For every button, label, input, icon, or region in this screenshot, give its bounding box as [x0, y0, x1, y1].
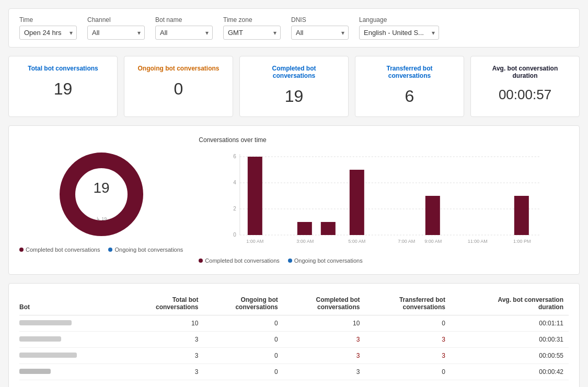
cell-total: 10 [124, 315, 203, 332]
filter-dnis-select[interactable]: All [291, 26, 349, 40]
table-section: Bot Total botconversations Ongoing botco… [8, 283, 580, 387]
bar-legend-completed-label: Completed bot conversations [205, 257, 279, 264]
donut-legend-completed: Completed bot conversations [19, 247, 100, 253]
completed-dot [19, 248, 24, 252]
svg-text:1:00 PM: 1:00 PM [513, 239, 531, 244]
cell-avg: 00:00:31 [451, 332, 569, 348]
svg-text:2: 2 [234, 206, 237, 212]
table-row: 303300:00:55 [19, 348, 569, 364]
bar-330am [321, 222, 336, 235]
cell-ongoing: 0 [203, 348, 283, 364]
table-body: 10010000:01:11303300:00:31303300:00:5530… [19, 315, 569, 380]
cell-completed: 3 [283, 332, 365, 348]
filter-timezone-wrapper[interactable]: GMT [223, 26, 281, 40]
donut-legend: Completed bot conversations Ongoing bot … [19, 247, 183, 253]
filter-dnis-wrapper[interactable]: All [291, 26, 349, 40]
metric-transferred-value: 6 [405, 87, 414, 106]
metric-completed-title: Completed bot conversations [250, 65, 338, 79]
cell-bot-name [19, 315, 124, 332]
donut-chart-container: 19 ↳ 19 Completed bot conversations Ongo… [19, 147, 183, 253]
cell-completed: 10 [283, 315, 365, 332]
cell-completed: 3 [283, 364, 365, 380]
cell-total: 3 [124, 332, 203, 348]
bar-3am [297, 222, 312, 235]
svg-text:7:00 AM: 7:00 AM [398, 239, 416, 244]
metric-total-value: 19 [54, 79, 73, 99]
bar-chart-container: Conversations over time 0 2 4 6 [199, 136, 569, 264]
metric-transferred-title: Transferred bot conversations [366, 65, 453, 79]
dashboard-page: Time Open 24 hrs Channel All Bot name Al… [0, 0, 588, 387]
svg-text:9:00 AM: 9:00 AM [425, 239, 442, 244]
filter-dnis: DNIS All [291, 16, 349, 40]
bar-chart-title: Conversations over time [199, 136, 569, 144]
filter-channel: Channel All [87, 16, 145, 40]
filter-channel-select[interactable]: All [87, 26, 145, 40]
col-completed: Completed botconversations [283, 292, 365, 315]
cell-ongoing: 0 [203, 332, 283, 348]
cell-avg: 00:00:42 [451, 364, 569, 380]
cell-ongoing: 0 [203, 315, 283, 332]
cell-transferred: 3 [365, 348, 450, 364]
cell-avg: 00:01:11 [451, 315, 569, 332]
svg-text:3:00 AM: 3:00 AM [297, 239, 314, 244]
table-row: 10010000:01:11 [19, 315, 569, 332]
metric-completed-value: 19 [285, 87, 304, 106]
svg-text:11:00 AM: 11:00 AM [468, 239, 488, 244]
bar-9am [425, 196, 440, 235]
col-transferred: Transferred botconversations [365, 292, 450, 315]
col-total: Total botconversations [124, 292, 203, 315]
metric-avg-title: Avg. bot conversation duration [481, 65, 569, 79]
svg-text:↳ 19: ↳ 19 [96, 216, 107, 221]
cell-transferred: 3 [365, 332, 450, 348]
metric-avg-duration: Avg. bot conversation duration 00:00:57 [470, 56, 580, 117]
metric-total-title: Total bot conversations [28, 65, 98, 72]
table-row: 303300:00:31 [19, 332, 569, 348]
bar-chart-area: 0 2 4 6 [199, 149, 569, 253]
filter-language-select[interactable]: English - United S... [359, 26, 439, 40]
table-header-row: Bot Total botconversations Ongoing botco… [19, 292, 569, 315]
donut-legend-completed-label: Completed bot conversations [26, 247, 100, 253]
cell-bot-name [19, 332, 124, 348]
filter-botname-wrapper[interactable]: All [155, 26, 213, 40]
table-row: 303000:00:42 [19, 364, 569, 380]
bar-1pm [514, 196, 529, 235]
metric-transferred: Transferred bot conversations 6 [355, 56, 464, 117]
filter-botname-select[interactable]: All [155, 26, 213, 40]
col-avg: Avg. bot conversationduration [451, 292, 569, 315]
filter-language-wrapper[interactable]: English - United S... [359, 26, 439, 40]
filter-language-label: Language [359, 16, 439, 24]
bar-legend-ongoing-label: Ongoing bot conversations [294, 257, 363, 264]
cell-bot-name [19, 364, 124, 380]
filter-language: Language English - United S... [359, 16, 439, 40]
filter-time: Time Open 24 hrs [19, 16, 77, 40]
donut-legend-ongoing: Ongoing bot conversations [108, 247, 183, 253]
filter-time-label: Time [19, 16, 77, 24]
metric-avg-value: 00:00:57 [499, 87, 551, 103]
bar-5am [350, 170, 364, 235]
ongoing-dot [108, 248, 112, 252]
metric-ongoing-value: 0 [174, 79, 183, 99]
donut-chart-svg: 19 ↳ 19 [54, 147, 148, 241]
metric-ongoing: Ongoing bot conversations 0 [124, 56, 233, 117]
filter-timezone-select[interactable]: GMT [223, 26, 281, 40]
cell-completed: 3 [283, 348, 365, 364]
bar-legend-ongoing: Ongoing bot conversations [288, 257, 363, 264]
filter-botname-label: Bot name [155, 16, 213, 24]
cell-bot-name [19, 348, 124, 364]
cell-avg: 00:00:55 [451, 348, 569, 364]
metric-completed: Completed bot conversations 19 [239, 56, 349, 117]
svg-text:19: 19 [93, 180, 109, 196]
donut-legend-ongoing-label: Ongoing bot conversations [114, 247, 183, 253]
metric-total: Total bot conversations 19 [8, 56, 118, 117]
filter-time-select[interactable]: Open 24 hrs [19, 26, 77, 40]
bar-chart-legend: Completed bot conversations Ongoing bot … [199, 257, 569, 264]
svg-text:1:00 AM: 1:00 AM [247, 239, 264, 244]
filter-timezone-label: Time zone [223, 16, 281, 24]
svg-text:6: 6 [234, 154, 237, 159]
filter-channel-wrapper[interactable]: All [87, 26, 145, 40]
filter-time-wrapper[interactable]: Open 24 hrs [19, 26, 77, 40]
svg-text:0: 0 [234, 232, 237, 238]
col-bot: Bot [19, 292, 124, 315]
col-ongoing: Ongoing botconversations [203, 292, 283, 315]
bar-1am [248, 157, 262, 235]
